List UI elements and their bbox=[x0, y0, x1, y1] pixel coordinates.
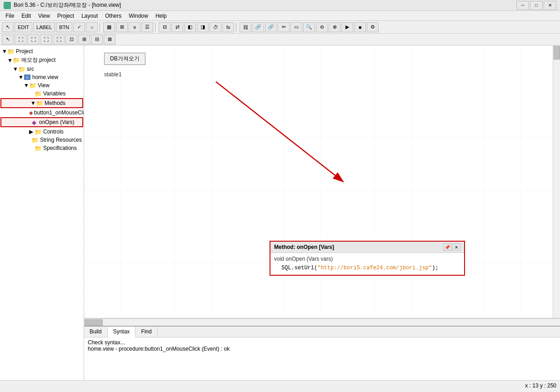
horizontal-scrollbar[interactable] bbox=[84, 318, 560, 326]
folder-icon: 📁 bbox=[31, 137, 39, 143]
tb2-btn4[interactable]: ⛶ bbox=[40, 35, 52, 45]
tree-item-methods[interactable]: ▼ 📁 Methods bbox=[0, 98, 83, 108]
tb-redo[interactable]: ◨ bbox=[197, 22, 209, 32]
popup-pin-button[interactable]: 📌 bbox=[443, 243, 451, 251]
tb-label[interactable]: LABEL bbox=[33, 22, 55, 32]
tb2-btn2[interactable]: ⛶ bbox=[15, 35, 26, 45]
app-icon bbox=[4, 2, 11, 9]
menu-layout[interactable]: Layout bbox=[78, 12, 101, 20]
tree-item-specs[interactable]: 📁 Specifications bbox=[0, 144, 84, 152]
tb-zoom-out[interactable]: ⊖ bbox=[316, 22, 328, 32]
tree-item-onopen[interactable]: ◆ onOpen (Vars) bbox=[0, 117, 83, 127]
h-scrollbar-thumb[interactable] bbox=[85, 319, 103, 326]
tb-edit[interactable]: EDIT bbox=[15, 22, 32, 32]
tb-link2[interactable]: 🔗 bbox=[252, 22, 264, 32]
tree-label-controls: Controls bbox=[43, 129, 64, 135]
menu-window[interactable]: Window bbox=[125, 12, 152, 20]
tb-search[interactable]: 🔍 bbox=[303, 22, 315, 32]
tb-pointer[interactable]: ↖ bbox=[2, 22, 14, 32]
folder-icon: 📁 bbox=[18, 66, 25, 72]
tb-play[interactable]: ▶ bbox=[341, 22, 353, 32]
popup-close-button[interactable]: ✕ bbox=[452, 243, 460, 251]
close-button[interactable]: ✕ bbox=[544, 1, 556, 10]
tree-item-variables[interactable]: 📁 Variables bbox=[0, 89, 84, 98]
menu-project[interactable]: Project bbox=[54, 12, 78, 20]
tree-item-onclick[interactable]: ◆ button1_onMouseClick (Event) bbox=[0, 109, 84, 117]
tab-build[interactable]: Build bbox=[84, 327, 108, 337]
tb2-btn6[interactable]: ⊡ bbox=[65, 35, 77, 45]
tab-find[interactable]: Find bbox=[135, 327, 157, 337]
tb-rows[interactable]: ≡ bbox=[129, 22, 140, 32]
tree-item-homeview[interactable]: ▼ S home.view bbox=[0, 73, 84, 81]
svg-line-2 bbox=[216, 82, 343, 182]
tb-fx[interactable]: fx bbox=[222, 22, 234, 32]
tb2-btn7[interactable]: ⊞ bbox=[78, 35, 90, 45]
tree-item-project[interactable]: ▼ 📁 Project bbox=[0, 47, 84, 55]
menu-help[interactable]: Help bbox=[152, 12, 170, 20]
tb-stop[interactable]: ■ bbox=[354, 22, 366, 32]
method-popup-body: void onOpen (Vars vars) SQL.setUrl("http… bbox=[270, 253, 464, 275]
bottom-content: Check syntax... home.view - procedure:bu… bbox=[84, 337, 560, 380]
code-prefix: SQL.setUrl( bbox=[281, 265, 317, 271]
tb-link1[interactable]: ⛓ bbox=[240, 22, 251, 32]
menu-others[interactable]: Others bbox=[101, 12, 125, 20]
menu-view[interactable]: View bbox=[35, 12, 54, 20]
window-controls: ─ □ ✕ bbox=[516, 1, 556, 10]
tb-check[interactable]: ✓ bbox=[73, 22, 85, 32]
view-icon: S bbox=[24, 74, 31, 80]
scrollbar-thumb[interactable] bbox=[554, 46, 560, 60]
tb-clock[interactable]: ⏱ bbox=[210, 22, 221, 32]
tb-shape[interactable]: ▭ bbox=[290, 22, 302, 32]
maximize-button[interactable]: □ bbox=[530, 1, 543, 10]
tree-label-methods: Methods bbox=[45, 100, 65, 106]
tb-list[interactable]: ☰ bbox=[141, 22, 153, 32]
bottom-line1: Check syntax... bbox=[88, 339, 556, 346]
tb-tab[interactable]: ⊟ bbox=[159, 22, 170, 32]
popup-header-buttons: 📌 ✕ bbox=[443, 243, 460, 251]
tb2-btn5[interactable]: ⛶ bbox=[53, 35, 65, 45]
tree-label-project: Project bbox=[16, 48, 33, 55]
right-panel: DB가져오기 stable1 Method: onOpen [Vars] bbox=[84, 45, 560, 380]
toolbar: ↖ EDIT LABEL BTN ✓ ○ ▦ ⊞ ≡ ☰ ⊟ ⇄ ◧ ◨ ⏱ f… bbox=[0, 21, 560, 34]
tree-item-controls[interactable]: ▶ 📁 Controls bbox=[0, 128, 84, 136]
menu-bar: File Edit View Project Layout Others Win… bbox=[0, 11, 560, 21]
tb2-btn1[interactable]: ↖ bbox=[2, 35, 14, 45]
editor-area[interactable]: DB가져오기 stable1 Method: onOpen [Vars] bbox=[84, 45, 560, 318]
main-area: ▼ 📁 Project ▼ 📁 메모장.project ▼ 📁 src ▼ S … bbox=[0, 45, 560, 380]
tb-grid[interactable]: ▦ bbox=[103, 22, 115, 32]
db-button[interactable]: DB가져오기 bbox=[104, 53, 145, 65]
menu-file[interactable]: File bbox=[2, 12, 18, 20]
tb-btn-btn[interactable]: BTN bbox=[56, 22, 72, 32]
bottom-tabs: Build Syntax Find bbox=[84, 327, 560, 337]
tb-zoom-in[interactable]: ⊕ bbox=[329, 22, 340, 32]
tree-item-memopad[interactable]: ▼ 📁 메모장.project bbox=[0, 55, 84, 65]
minimize-button[interactable]: ─ bbox=[516, 1, 529, 10]
tb-link3[interactable]: 🔗 bbox=[265, 22, 277, 32]
tb-undo[interactable]: ◧ bbox=[184, 22, 196, 32]
code-url: "http://bori5.cafe24.com/jbori.jsp" bbox=[317, 265, 432, 271]
menu-edit[interactable]: Edit bbox=[18, 12, 35, 20]
method-popup: Method: onOpen [Vars] 📌 ✕ void onOpen (V… bbox=[270, 241, 465, 276]
window-title: Bori 5.36 - C:/보리강좌/메모장 - [home.view] bbox=[14, 1, 516, 9]
tb2-btn8[interactable]: ⊟ bbox=[91, 35, 103, 45]
tb-cols[interactable]: ⊞ bbox=[116, 22, 128, 32]
tb-swap[interactable]: ⇄ bbox=[171, 22, 183, 32]
method-popup-header: Method: onOpen [Vars] 📌 ✕ bbox=[270, 242, 464, 253]
svg-rect-0 bbox=[84, 45, 560, 318]
folder-icon: 📁 bbox=[7, 48, 15, 55]
tree-item-stringres[interactable]: 📁 String Resources bbox=[0, 136, 84, 144]
tb2-btn3[interactable]: ⛶ bbox=[27, 35, 39, 45]
tree-item-src[interactable]: ▼ 📁 src bbox=[0, 65, 84, 73]
toolbar-separator2 bbox=[155, 23, 157, 32]
tb-circle[interactable]: ○ bbox=[86, 22, 98, 32]
tab-syntax[interactable]: Syntax bbox=[108, 327, 136, 337]
tb-debug[interactable]: ⚙ bbox=[367, 22, 379, 32]
tree-item-view[interactable]: ▼ 📁 View bbox=[0, 81, 84, 89]
toolbar-separator3 bbox=[236, 23, 238, 32]
tb2-btn9[interactable]: ⊠ bbox=[104, 35, 115, 45]
left-panel: ▼ 📁 Project ▼ 📁 메모장.project ▼ 📁 src ▼ S … bbox=[0, 45, 84, 380]
project-tree: ▼ 📁 Project ▼ 📁 메모장.project ▼ 📁 src ▼ S … bbox=[0, 45, 84, 380]
vertical-scrollbar[interactable] bbox=[553, 45, 560, 318]
tb-pen[interactable]: ✏ bbox=[278, 22, 290, 32]
folder-icon: 📁 bbox=[35, 145, 42, 151]
